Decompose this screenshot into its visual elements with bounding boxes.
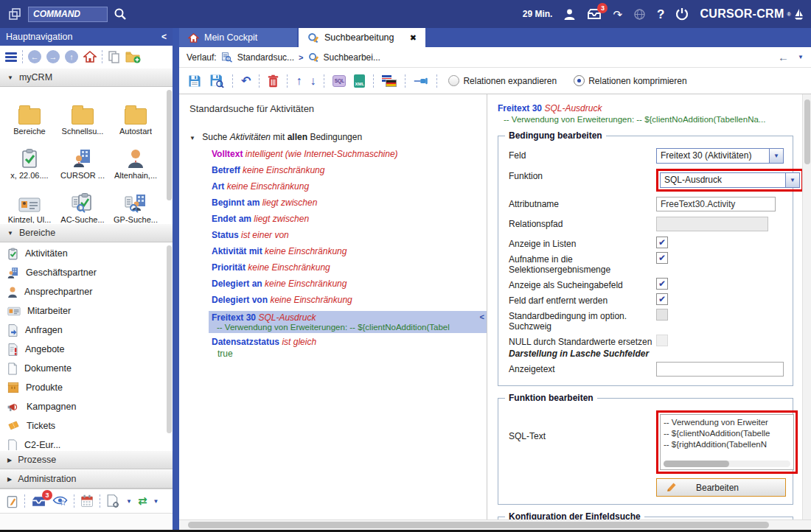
pin-button[interactable] xyxy=(414,77,428,85)
funktion-dropdown[interactable]: SQL-Ausdruck ▼ xyxy=(660,172,800,188)
section-header-prozesse[interactable]: ▶ Prozesse xyxy=(0,450,173,469)
sidebar-item-c2[interactable]: C2-Eur... xyxy=(0,435,173,450)
sql-text-hscrollbar[interactable] xyxy=(664,461,790,467)
tree-item-delegiert-an[interactable]: Delegiert an keine Einschränkung xyxy=(212,279,487,290)
language-flags-button[interactable] xyxy=(382,75,397,87)
sidebar-collapse-icon[interactable]: < xyxy=(161,32,167,42)
nav-up-button[interactable]: ↑ xyxy=(65,50,78,63)
tree-item-betreff[interactable]: Betreff keine Einschränkung xyxy=(212,165,487,176)
sidebar-item-geschaeftspartner[interactable]: Geschäftspartner xyxy=(0,263,173,282)
new-folder-icon[interactable] xyxy=(125,51,142,63)
inbox-tray-icon[interactable]: 3 xyxy=(31,495,46,508)
tree-item-status[interactable]: Status ist einer von xyxy=(212,230,487,241)
home-icon[interactable] xyxy=(83,51,97,63)
document-settings-icon[interactable] xyxy=(106,494,120,508)
main-hscrollbar[interactable] xyxy=(179,519,811,530)
nav-forward-button[interactable]: → xyxy=(46,50,60,63)
sql-text-area[interactable]: -- Verwendung von Erweiter -- ${clientNo… xyxy=(660,414,794,470)
copy-icon[interactable] xyxy=(108,50,120,63)
feld-dropdown[interactable]: Freitext 30 (Aktivitäten) ▼ xyxy=(656,148,784,164)
tree-item-art[interactable]: Art keine Einschränkung xyxy=(212,181,487,192)
save-as-button[interactable] xyxy=(209,74,224,88)
delete-button[interactable] xyxy=(268,74,279,88)
shortcut-grid-scrollbar[interactable] xyxy=(167,90,172,200)
history-dropdown-icon[interactable]: ▼ xyxy=(798,54,804,60)
logout-power-icon[interactable] xyxy=(675,7,689,21)
sidebar-item-mitarbeiter[interactable]: Mitarbeiter xyxy=(0,301,173,321)
shortcut-contact[interactable]: Altenhain,... xyxy=(109,136,162,180)
move-up-button[interactable]: ↑ xyxy=(296,75,302,87)
sidebar-item-produkte[interactable]: Produkte xyxy=(0,378,173,397)
breadcrumb-item-suchbearbeitung[interactable]: Suchbearbei... xyxy=(324,52,380,63)
tree-item-aktivitaet-mit[interactable]: Aktivität mit keine Einschränkung xyxy=(212,246,487,257)
pane-collapse-icon[interactable]: < xyxy=(480,312,484,321)
shortcut-partner-search[interactable]: GP-Suche... xyxy=(109,180,162,223)
search-icon[interactable] xyxy=(114,7,127,21)
dropdown-caret-icon[interactable]: ▼ xyxy=(785,173,799,187)
save-button[interactable] xyxy=(188,74,201,88)
sidebar-item-anfragen[interactable]: Anfragen xyxy=(0,321,173,340)
tree-item-delegiert-von[interactable]: Delegiert von keine Einschränkung xyxy=(212,295,487,306)
dropdown-caret-icon[interactable]: ▼ xyxy=(126,498,132,505)
user-icon[interactable] xyxy=(563,8,576,21)
tree-item-beginnt-am[interactable]: Beginnt am liegt zwischen xyxy=(212,197,487,209)
redo-icon[interactable]: ↷ xyxy=(613,9,622,20)
dropdown-caret-icon[interactable]: ▼ xyxy=(769,149,783,163)
nav-back-button[interactable]: ← xyxy=(28,50,41,63)
anzeige-sucheingabefeld-checkbox[interactable]: ✔ xyxy=(656,278,668,290)
shortcut-schnellsuche[interactable]: Schnellsu... xyxy=(56,91,109,136)
sidebar-item-aktivitaeten[interactable]: Aktivitäten xyxy=(0,244,173,263)
radio-selected-icon[interactable] xyxy=(574,75,585,86)
inbox-tray-icon[interactable]: 3 xyxy=(587,8,602,20)
tree-item-volltext[interactable]: Volltext intelligent (wie Internet-Suchm… xyxy=(212,149,487,160)
tab-close-icon[interactable]: ✖ xyxy=(410,33,417,43)
tree-item-prioritaet[interactable]: Priorität keine Einschränkung xyxy=(212,262,487,273)
radio-relationen-expandieren[interactable]: Relationen expandieren xyxy=(448,75,563,86)
tree-item-datensatzstatus[interactable]: Datensatzstatus ist gleich xyxy=(212,337,487,348)
history-back-icon[interactable]: ← xyxy=(778,51,789,63)
tree-item-freitext30-selected[interactable]: Freitext 30 SQL-Ausdruck -- Verwendung v… xyxy=(209,311,487,333)
bereiche-scrollbar[interactable] xyxy=(167,245,172,433)
tree-root-node[interactable]: ▼ Suche Aktivitäten mit allen Bedingunge… xyxy=(189,132,487,142)
anzeigetext-input[interactable] xyxy=(656,362,784,377)
sidebar-item-tickets[interactable]: Tickets xyxy=(0,416,173,435)
sidebar-item-angebote[interactable]: Angebote xyxy=(0,340,173,359)
node-expanded-icon[interactable]: ▼ xyxy=(189,135,195,141)
section-header-administration[interactable]: ▶ Administration xyxy=(0,469,173,489)
tab-suchbearbeitung[interactable]: Suchbearbeitung ✖ xyxy=(299,28,425,47)
standardbedingung-checkbox[interactable] xyxy=(656,309,668,321)
tab-mein-cockpit[interactable]: Mein Cockpit xyxy=(179,28,297,47)
detail-pane-scrollbar[interactable] xyxy=(802,94,811,519)
feld-entfernt-checkbox[interactable]: ✔ xyxy=(656,293,668,305)
shortcut-business-partner[interactable]: CURSOR ... xyxy=(56,136,109,180)
sidebar-item-ansprechpartner[interactable]: Ansprechpartner xyxy=(0,282,173,301)
breadcrumb-item-standardsuche[interactable]: Standardsuc... xyxy=(237,52,294,63)
radio-relationen-komprimieren[interactable]: Relationen komprimieren xyxy=(574,75,692,86)
sidebar-item-dokumente[interactable]: Dokumente xyxy=(0,359,173,378)
bearbeiten-button[interactable]: Bearbeiten xyxy=(656,478,786,497)
help-icon[interactable]: ? xyxy=(657,8,664,21)
tree-item-endet-am[interactable]: Endet am liegt zwischen xyxy=(212,214,487,225)
sidebar-splitter[interactable] xyxy=(173,28,179,530)
shortcut-activity-search[interactable]: AC-Suche... xyxy=(56,180,109,223)
shortcut-employee[interactable]: Kintzel, Ul... xyxy=(3,180,56,223)
shortcut-autostart[interactable]: Autostart xyxy=(109,91,162,136)
radio-icon[interactable] xyxy=(448,75,459,86)
shortcut-activity[interactable]: x, 22.06.... xyxy=(3,136,56,180)
sidebar-item-kampagnen[interactable]: Kampagnen xyxy=(0,397,173,416)
shortcut-bereiche[interactable]: Bereiche xyxy=(3,91,56,136)
xml-export-button[interactable]: XML xyxy=(354,74,365,88)
attributname-input[interactable] xyxy=(656,197,776,211)
sql-view-button[interactable]: SQL xyxy=(333,75,346,87)
command-input[interactable] xyxy=(28,7,108,22)
notes-clipboard-icon[interactable] xyxy=(6,494,18,508)
calendar-icon[interactable] xyxy=(80,494,94,508)
undo-button[interactable]: ↶ xyxy=(241,75,251,87)
watch-eye-icon[interactable] xyxy=(52,495,68,508)
dropdown-caret-icon[interactable]: ▼ xyxy=(153,498,159,505)
menu-icon[interactable] xyxy=(5,51,17,63)
move-down-button[interactable]: ↓ xyxy=(310,75,316,87)
section-header-bereiche[interactable]: ▼ Bereiche xyxy=(0,223,173,242)
section-header-mycrm[interactable]: ▼ myCRM xyxy=(0,68,173,87)
anzeige-in-listen-checkbox[interactable]: ✔ xyxy=(656,237,668,248)
